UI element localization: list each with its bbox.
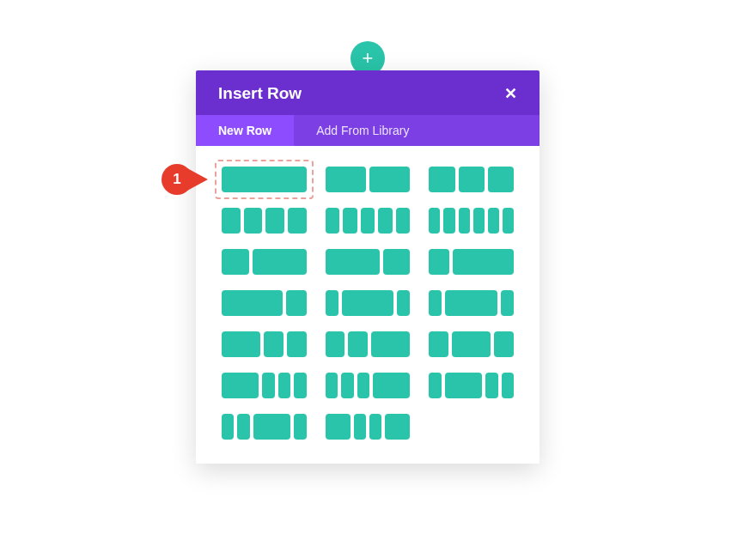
layout-column	[326, 290, 338, 316]
layout-column	[501, 290, 514, 316]
layout-column	[361, 208, 375, 234]
layout-column	[278, 373, 290, 398]
layout-column	[429, 290, 442, 316]
layout-column	[385, 414, 410, 440]
layout-column	[343, 208, 357, 234]
layout-option-1-3-1-1[interactable]	[429, 373, 514, 398]
layout-option-1-1-3-1[interactable]	[222, 414, 307, 440]
layout-column	[488, 167, 514, 192]
layout-column	[443, 208, 454, 234]
layout-column	[459, 208, 470, 234]
layout-option-1-1-1-3[interactable]	[326, 373, 411, 398]
layout-column	[373, 373, 410, 398]
layout-column	[326, 167, 366, 192]
layout-option-1-4-1[interactable]	[326, 290, 411, 316]
modal-header: Insert Row ✕ New Row Add From Library	[196, 70, 540, 146]
annotation-label: 1	[162, 164, 192, 195]
layout-option-sixths[interactable]	[429, 208, 514, 234]
layout-column	[287, 331, 307, 357]
layout-column	[342, 290, 393, 316]
layout-column	[429, 167, 454, 192]
layout-option-quarters[interactable]	[222, 208, 307, 234]
layout-column	[222, 331, 260, 357]
layout-option-1-2-1b[interactable]	[429, 331, 514, 357]
annotation-pointer: 1	[162, 164, 208, 195]
layout-column	[326, 373, 338, 398]
layout-column	[459, 167, 485, 192]
layout-column	[494, 331, 514, 357]
layout-column	[371, 331, 410, 357]
layout-column	[453, 249, 514, 275]
layout-column	[354, 414, 366, 440]
layout-option-full[interactable]	[222, 167, 307, 192]
layout-column	[264, 331, 284, 357]
layout-option-1-2-1[interactable]	[429, 290, 514, 316]
layout-column	[286, 290, 307, 316]
tab-bar: New Row Add From Library	[196, 115, 540, 146]
layout-column	[502, 373, 514, 398]
layout-column	[383, 249, 411, 275]
modal-title: Insert Row	[196, 70, 540, 115]
layout-column	[222, 290, 283, 316]
layout-column	[326, 331, 345, 357]
layout-column	[473, 208, 485, 234]
layout-column	[222, 414, 234, 440]
layout-option-3-1-1-1[interactable]	[222, 373, 307, 398]
layout-column	[253, 414, 290, 440]
layout-column	[452, 331, 491, 357]
plus-icon: +	[363, 49, 374, 68]
layout-column	[348, 331, 368, 357]
layout-column	[445, 373, 482, 398]
layout-column	[222, 167, 307, 192]
layout-option-2-1-1-2[interactable]	[326, 414, 411, 440]
layout-column	[485, 373, 497, 398]
layout-column	[326, 249, 380, 275]
layout-column	[488, 208, 499, 234]
layout-column	[341, 373, 353, 398]
layout-column	[429, 331, 448, 357]
tab-new-row[interactable]: New Row	[196, 115, 294, 146]
layout-column	[429, 208, 440, 234]
layout-column	[222, 373, 259, 398]
layout-option-half-half[interactable]	[326, 167, 411, 192]
layout-column	[253, 249, 307, 275]
layout-column	[222, 249, 249, 275]
close-icon: ✕	[504, 85, 517, 102]
layout-column	[357, 373, 369, 398]
layout-column	[244, 208, 263, 234]
layout-column	[222, 208, 241, 234]
layout-option-1-3[interactable]	[429, 249, 514, 275]
layout-column	[294, 414, 306, 440]
layout-column	[445, 290, 497, 316]
layout-column	[294, 373, 306, 398]
close-button[interactable]: ✕	[499, 82, 522, 105]
layout-column	[429, 249, 449, 275]
layout-column	[237, 414, 249, 440]
layout-column	[503, 208, 514, 234]
layout-option-2-1[interactable]	[326, 249, 411, 275]
layout-option-1-2[interactable]	[222, 249, 307, 275]
layout-column	[369, 167, 410, 192]
layout-option-thirds[interactable]	[429, 167, 514, 192]
layout-column	[369, 414, 381, 440]
layout-option-1-1-2[interactable]	[326, 331, 411, 357]
tab-add-from-library[interactable]: Add From Library	[294, 115, 431, 146]
layout-column	[429, 373, 441, 398]
layout-column	[326, 414, 351, 440]
layout-grid	[196, 146, 540, 464]
layout-option-2-1-1[interactable]	[222, 331, 307, 357]
layout-option-3-1[interactable]	[222, 290, 307, 316]
layout-column	[262, 373, 274, 398]
layout-column	[397, 290, 410, 316]
layout-option-fifths[interactable]	[326, 208, 411, 234]
layout-column	[396, 208, 411, 234]
layout-column	[288, 208, 307, 234]
layout-column	[265, 208, 284, 234]
layout-column	[378, 208, 393, 234]
insert-row-modal: Insert Row ✕ New Row Add From Library	[196, 70, 540, 464]
layout-column	[326, 208, 340, 234]
